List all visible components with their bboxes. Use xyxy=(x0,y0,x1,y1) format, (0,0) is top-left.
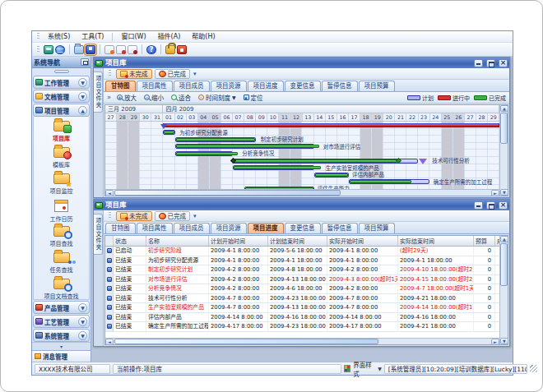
row-selector[interactable] xyxy=(105,303,114,312)
column-header-act_end[interactable]: 实际结束时间 xyxy=(398,236,474,246)
row-selector[interactable] xyxy=(105,294,114,303)
gantt-tab-6[interactable]: 暂停信息 xyxy=(322,81,358,91)
row-selector[interactable] xyxy=(105,265,114,274)
column-header-name[interactable]: 名称 xyxy=(146,236,209,246)
table-row[interactable]: 已结束制定初步研究计划2009-4-2 8:00:002009-4-8 18:0… xyxy=(105,265,499,275)
exit-icon[interactable] xyxy=(177,45,187,54)
sidebar-group-system[interactable]: 系统管理▼ xyxy=(33,329,90,342)
doc-mail-icon[interactable] xyxy=(104,45,114,54)
monitor-icon[interactable] xyxy=(44,45,53,54)
toolbar-overflow-icon[interactable]: ▾ xyxy=(193,213,197,219)
table-window-titlebar[interactable]: 项目库 xyxy=(94,200,509,210)
column-header-plan_start[interactable]: 计划开始时间 xyxy=(209,236,268,246)
table-tab-7[interactable]: 项目预算 xyxy=(359,223,395,233)
row-selector[interactable] xyxy=(105,275,114,284)
table-row[interactable]: 已结束确定生产所需的加工过程2009-4-17 8:00:002009-4-23… xyxy=(105,322,499,332)
chevron-down-icon[interactable]: ▼ xyxy=(78,303,87,312)
row-selector[interactable] xyxy=(105,256,114,265)
sidebar-item-1[interactable]: 模板库 xyxy=(34,145,89,171)
tool-locate[interactable]: 定位 xyxy=(242,93,265,103)
doc-del-icon[interactable] xyxy=(128,45,137,54)
scroll-left-icon[interactable]: ◄ xyxy=(105,339,114,345)
table-row[interactable]: 已结束技术可行性分析2009-4-7 8:00:002009-4-23 18:0… xyxy=(105,294,499,304)
table-tab-4[interactable]: 项目进度 xyxy=(248,223,284,233)
sidebar-group-project[interactable]: 项目管理▲ xyxy=(33,104,90,117)
table-row[interactable]: 已结束评估内部产品2009-4-14 8:00:002009-4-16 18:0… xyxy=(105,313,499,323)
gantt-tab-4[interactable]: 项目进度 xyxy=(248,81,284,91)
sidebar-group-work[interactable]: 工作管理▼ xyxy=(33,76,90,89)
globe-icon[interactable] xyxy=(55,45,65,54)
sidebar-group-process[interactable]: 工艺管理▼ xyxy=(33,315,90,328)
column-header-status[interactable]: 状态 xyxy=(114,236,146,246)
gantt-window-titlebar[interactable]: 项目库 xyxy=(94,58,509,68)
scroll-down-icon[interactable]: ▼ xyxy=(500,189,508,196)
scroll-left-icon[interactable]: ◄ xyxy=(105,190,114,196)
scroll-up-icon[interactable]: ▲ xyxy=(500,236,508,242)
sidebar-group-product[interactable]: 产品管理▼ xyxy=(33,301,90,314)
more-tools-icon[interactable]: » xyxy=(107,94,111,101)
column-header-act_start[interactable]: 实际开始时间 xyxy=(327,236,398,246)
sidebar-item-6[interactable]: 项目文档查找 xyxy=(34,276,89,300)
table-row[interactable]: 已启动初步研究阶段2009-4-1 8:00:002009-5-6 18:00:… xyxy=(105,247,499,256)
gantt-folder-side-tab[interactable]: 项目文件夹 xyxy=(94,71,103,113)
table-tab-6[interactable]: 暂停信息 xyxy=(322,223,358,233)
table-unfinished-button[interactable]: 未完成 xyxy=(116,211,152,221)
tool-time-scale[interactable]: 时间刻度▼ xyxy=(197,93,238,103)
sidebar-item-0[interactable]: 项目库 xyxy=(34,118,89,145)
close-icon[interactable] xyxy=(499,59,508,67)
sidebar-item-5[interactable]: 任务查找 xyxy=(34,250,89,276)
minimize-icon[interactable] xyxy=(474,59,483,67)
chevron-down-icon[interactable]: ▼ xyxy=(78,317,87,326)
interface-style-label[interactable]: 界面样式 xyxy=(353,360,375,378)
gantt-hscrollbar[interactable]: ◄ ► xyxy=(105,189,499,196)
pin-icon[interactable] xyxy=(81,58,89,66)
save-icon[interactable] xyxy=(86,45,95,54)
restore-icon[interactable] xyxy=(486,59,495,67)
gantt-tab-5[interactable]: 变更信息 xyxy=(285,81,321,91)
column-header-budget[interactable]: 预算 xyxy=(474,236,495,246)
sidebar-overflow[interactable]: ▾ xyxy=(32,342,90,350)
folder-icon[interactable] xyxy=(74,45,84,54)
table-row[interactable]: 已结束为初步研究分配资源2009-4-1 8:00:002009-4-1 18:… xyxy=(105,256,499,266)
tool-zoom-fit[interactable]: 适合 xyxy=(169,93,193,103)
gantt-tab-7[interactable]: 项目预算 xyxy=(359,81,395,91)
style-dropdown-icon[interactable]: ▼ xyxy=(378,366,382,371)
message-tab[interactable]: 消息管理 xyxy=(32,350,90,362)
gantt-tab-3[interactable]: 项目资源 xyxy=(211,81,247,91)
menu-item-4[interactable]: 帮助(H) xyxy=(186,31,220,43)
menu-item-0[interactable]: 系统(S) xyxy=(42,31,76,43)
tool-zoom-in[interactable]: 放大 xyxy=(115,93,138,103)
gantt-finished-button[interactable]: 已完成 xyxy=(155,69,191,79)
gantt-body[interactable]: 为初步研究分配资源制定初步研究计划对市场进行评估分析竞争情况技术可行性分析生产实… xyxy=(105,122,499,189)
minimize-icon[interactable] xyxy=(474,201,483,210)
row-selector[interactable] xyxy=(105,247,114,256)
gantt-vscrollbar[interactable]: ▲ ▼ xyxy=(499,105,508,196)
table-vscrollbar[interactable]: ▲ ▼ xyxy=(499,236,508,344)
sidebar-collapse-handle[interactable] xyxy=(32,68,90,75)
close-icon[interactable] xyxy=(499,201,508,210)
table-tab-3[interactable]: 项目资源 xyxy=(211,223,247,233)
row-selector[interactable] xyxy=(105,322,114,331)
scroll-right-icon[interactable]: ► xyxy=(491,339,499,345)
scroll-right-icon[interactable]: ► xyxy=(491,190,499,196)
lock-icon[interactable] xyxy=(165,45,175,54)
chevron-down-icon[interactable]: ▼ xyxy=(78,92,87,101)
table-tab-5[interactable]: 变更信息 xyxy=(285,223,321,233)
gantt-tab-1[interactable]: 项目属性 xyxy=(137,81,173,91)
resize-grip[interactable] xyxy=(530,365,537,372)
gantt-bar-summary[interactable] xyxy=(163,123,499,127)
row-selector[interactable] xyxy=(105,313,114,322)
menu-item-3[interactable]: 插件(A) xyxy=(152,31,187,43)
column-header-plan_end[interactable]: 计划结束时间 xyxy=(268,236,327,246)
table-row[interactable]: 已结束对市场进行评估2009-4-2 8:00:002009-4-13 18:0… xyxy=(105,275,499,285)
chevron-down-icon[interactable]: ▼ xyxy=(78,78,87,87)
table-tab-0[interactable]: 甘特图 xyxy=(105,223,136,233)
restore-icon[interactable] xyxy=(486,201,495,210)
scroll-up-icon[interactable]: ▲ xyxy=(500,105,508,112)
gantt-tab-2[interactable]: 项目成员 xyxy=(174,81,210,91)
tool-zoom-out[interactable]: 缩小 xyxy=(142,93,165,103)
sidebar-group-docs[interactable]: 文档管理▼ xyxy=(33,90,90,103)
table-tab-1[interactable]: 项目属性 xyxy=(137,223,173,233)
table-row[interactable]: 已结束生产实验室规模的产品2009-4-7 8:00:002009-4-13 1… xyxy=(105,303,499,313)
sidebar-item-2[interactable]: 项目监控 xyxy=(34,171,89,197)
